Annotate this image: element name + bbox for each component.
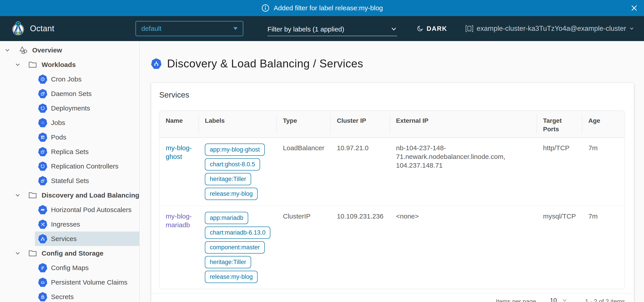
- external-ip: <none>: [390, 206, 537, 289]
- replicationcontroller-icon: [38, 161, 48, 171]
- sidebar-item-services[interactable]: Services: [35, 231, 139, 246]
- sidebar-item-label: Services: [51, 235, 77, 243]
- deployment-icon: [38, 104, 48, 113]
- main-content: Discovery & Load Balancing / Services Se…: [140, 41, 644, 302]
- label-badge[interactable]: component:master: [205, 241, 265, 254]
- pagination-range: 1 - 2 of 2 items: [585, 298, 625, 302]
- column-header-external-ip: External IP: [390, 111, 537, 138]
- job-icon: [38, 118, 48, 128]
- column-header-age: Age: [582, 111, 624, 138]
- alert-message: Added filter for label release:my-blog: [274, 4, 383, 12]
- hpa-icon: [38, 205, 48, 214]
- age: 7m: [582, 138, 624, 206]
- sidebar-item-workloads[interactable]: Workloads: [0, 57, 139, 72]
- host-icon: [465, 24, 474, 33]
- sidebar-item-label: Cron Jobs: [51, 75, 82, 83]
- caret-down-icon: [234, 27, 238, 30]
- sidebar-item-cron-jobs[interactable]: Cron Jobs: [35, 72, 139, 86]
- sidebar-item-config-and-storage[interactable]: Config and Storage: [0, 246, 139, 261]
- services-card: Services Name Labels Type Cluster IP Ext…: [151, 83, 634, 302]
- label-badge[interactable]: heritage:Tiller: [205, 173, 251, 185]
- sidebar-item-persistent-volume-claims[interactable]: Persistent Volume Claims: [35, 275, 139, 290]
- chevron-down-icon[interactable]: [14, 250, 21, 256]
- namespace-selector[interactable]: default: [136, 21, 243, 36]
- sidebar-item-label: Replica Sets: [51, 148, 88, 155]
- sidebar-item-pods[interactable]: Pods: [35, 130, 139, 145]
- sidebar-item-label: Deployments: [51, 105, 90, 112]
- items-per-page-label: Items per page: [496, 298, 536, 302]
- sidebar-item-deployments[interactable]: Deployments: [35, 101, 139, 115]
- secret-icon: [38, 292, 48, 302]
- label-filter-text: Filter by labels (1 applied): [268, 25, 344, 34]
- items-per-page-value: 10: [550, 297, 557, 302]
- column-header-labels: Labels: [198, 111, 276, 138]
- folder-icon: [28, 60, 38, 70]
- services-table: Name Labels Type Cluster IP External IP …: [159, 111, 625, 289]
- cluster-ip: 10.97.21.0: [330, 138, 390, 206]
- sidebar-nav: Overview Workloads Cron Jobs Daemon Sets…: [0, 41, 140, 302]
- statefulset-icon: [38, 176, 48, 185]
- sidebar-item-label: Ingresses: [51, 221, 80, 228]
- theme-toggle-label: DARK: [427, 25, 447, 32]
- sidebar-item-discovery-and-load-balancing[interactable]: Discovery and Load Balancing: [0, 188, 139, 202]
- sidebar-item-overview[interactable]: Overview: [0, 43, 139, 57]
- moon-icon: [416, 25, 424, 32]
- theme-toggle-button[interactable]: DARK: [416, 25, 447, 32]
- service-name-link[interactable]: my-blog-mariadb: [166, 212, 192, 229]
- configmap-icon: [38, 263, 48, 273]
- target-ports: mysql/TCP: [537, 206, 582, 289]
- sidebar-item-label: Config Maps: [51, 264, 88, 272]
- label-badge[interactable]: release:my-blog: [205, 188, 258, 200]
- service-icon: [151, 58, 162, 69]
- service-icon: [38, 234, 48, 244]
- app-title: Octant: [30, 24, 54, 33]
- label-filter-dropdown[interactable]: Filter by labels (1 applied): [268, 21, 397, 36]
- target-ports: http/TCP: [537, 138, 582, 206]
- close-icon[interactable]: [630, 3, 639, 12]
- column-header-target-ports: Target Ports: [537, 111, 582, 138]
- label-badge[interactable]: app:my-blog-ghost: [205, 144, 265, 156]
- sidebar-item-label: Daemon Sets: [51, 90, 92, 98]
- sidebar-item-label: Horizontal Pod Autoscalers: [51, 206, 132, 214]
- external-ip: nb-104-237-148-71.newark.nodebalancer.li…: [390, 138, 537, 206]
- ingress-icon: [38, 220, 48, 229]
- sidebar-item-label: Workloads: [42, 61, 76, 69]
- label-badge[interactable]: heritage:Tiller: [205, 256, 251, 268]
- chevron-down-icon: [390, 26, 397, 34]
- column-header-cluster-ip: Cluster IP: [330, 111, 390, 138]
- label-badge[interactable]: chart:mariadb-6.13.0: [205, 227, 270, 239]
- chevron-down-icon[interactable]: [4, 47, 11, 53]
- items-per-page-select[interactable]: 10: [548, 297, 569, 302]
- sidebar-item-horizontal-pod-autoscalers[interactable]: Horizontal Pod Autoscalers: [35, 202, 139, 217]
- sidebar-item-label: Pods: [51, 134, 66, 141]
- sidebar-item-replication-controllers[interactable]: Replication Controllers: [35, 159, 139, 173]
- cluster-ip: 10.109.231.236: [330, 206, 390, 289]
- folder-icon: [28, 190, 38, 200]
- objects-icon: [18, 45, 28, 55]
- chevron-down-icon[interactable]: [14, 62, 21, 68]
- service-type: ClusterIP: [276, 206, 330, 289]
- pvc-icon: [38, 278, 48, 287]
- octant-logo: [10, 21, 26, 36]
- sidebar-item-jobs[interactable]: Jobs: [35, 115, 139, 130]
- sidebar-item-label: Discovery and Load Balancing: [42, 191, 139, 199]
- label-badge[interactable]: release:my-blog: [205, 271, 258, 283]
- sidebar-item-stateful-sets[interactable]: Stateful Sets: [35, 173, 139, 188]
- cronjob-icon: [38, 75, 48, 84]
- sidebar-item-ingresses[interactable]: Ingresses: [35, 217, 139, 231]
- sidebar-item-label: Persistent Volume Claims: [51, 279, 128, 286]
- label-badge[interactable]: chart:ghost-8.0.5: [205, 158, 260, 170]
- chevron-down-icon[interactable]: [14, 192, 21, 198]
- sidebar-item-daemon-sets[interactable]: Daemon Sets: [35, 86, 139, 101]
- service-name-link[interactable]: my-blog-ghost: [166, 144, 192, 160]
- app-header: Octant default Filter by labels (1 appli…: [0, 16, 644, 41]
- card-title: Services: [159, 90, 626, 99]
- info-circle-icon: [261, 4, 270, 12]
- sidebar-item-secrets[interactable]: Secrets: [35, 290, 139, 302]
- label-badge[interactable]: app:mariadb: [205, 212, 248, 224]
- sidebar-item-config-maps[interactable]: Config Maps: [35, 261, 139, 275]
- cluster-switcher[interactable]: example-cluster-ka3TuTzYo4a@example-clus…: [465, 24, 634, 33]
- sidebar-item-replica-sets[interactable]: Replica Sets: [35, 145, 139, 159]
- chevron-down-icon: [562, 298, 568, 302]
- table-row: my-blog-mariadb app:mariadb chart:mariad…: [160, 206, 624, 289]
